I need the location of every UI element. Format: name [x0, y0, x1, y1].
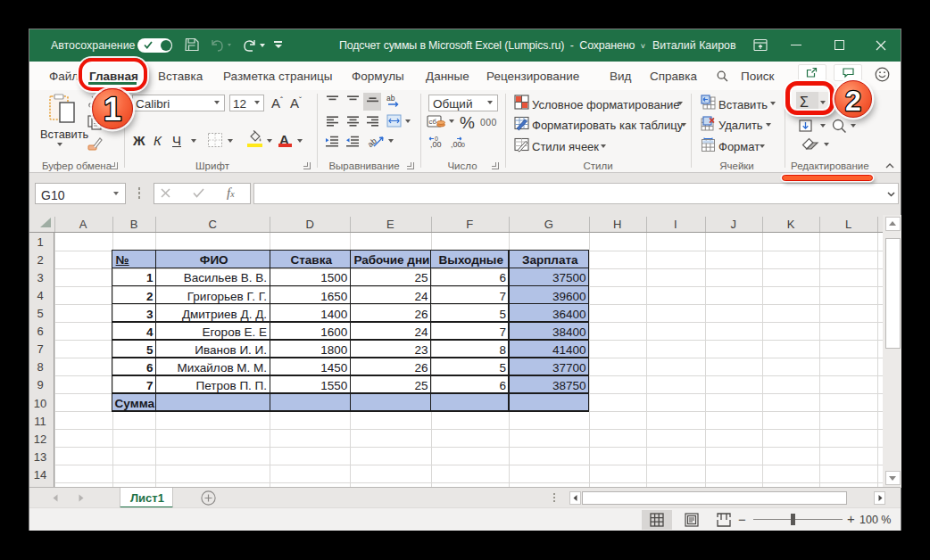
svg-text:0: 0 — [461, 142, 465, 148]
svg-text:1: 1 — [104, 91, 121, 128]
svg-text:сб: сб — [429, 118, 437, 126]
svg-text:2: 2 — [845, 85, 861, 117]
svg-text:,00: ,00 — [451, 140, 462, 149]
svg-text:ab: ab — [386, 94, 395, 103]
svg-text:0: 0 — [435, 136, 438, 142]
svg-text:ab: ab — [366, 136, 378, 149]
